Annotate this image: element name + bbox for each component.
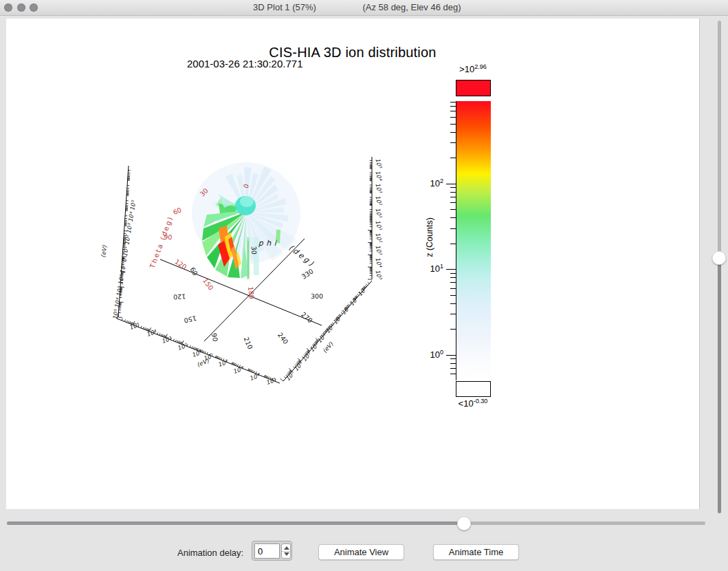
plot-label: (eV) [100,244,108,258]
plot-label: 10² [217,358,229,368]
axis-tick [258,373,259,375]
colorbar-tick-label: 100 [416,349,443,360]
colorbar-tick [446,184,456,184]
axis-tick [201,350,201,352]
axis-tick [219,357,219,359]
colorbar-tick [450,282,456,283]
colorbar-tick [450,117,456,118]
axis-tick [177,341,178,343]
plot-label: Theta (deg) [148,215,174,270]
axis-tick [205,352,206,354]
window-minimize-button[interactable] [17,3,25,12]
axis-tick [190,345,190,347]
plot-label: 10⁴ [374,170,384,182]
axis-tick [203,351,204,353]
window-title-bar[interactable]: 3D Plot 1 (57%) (Az 58 deg, Elev 46 deg) [0,0,728,16]
axis-tick [143,327,144,329]
axis-tick [129,321,130,323]
plot-label: 10⁵ [265,376,277,386]
plot-label: 10⁵ 10⁴ 10³ 10² 10¹ 0 10¹ 10² 10³ 10⁴ 10… [111,200,137,321]
animation-delay-input[interactable] [254,543,280,559]
colorbar-tick [450,106,456,107]
plot-title: CIS-HIA 3D ion distribution [6,45,699,61]
axis-tick [195,347,195,349]
axis-tick [159,334,160,336]
plot-label: 10⁴ [374,257,384,269]
plot-label: (deg) [287,243,317,269]
stepper-up-icon[interactable] [284,546,289,550]
axis-tick [232,363,233,365]
axis-tick [251,369,252,371]
plot-canvas: CIS-HIA 3D ion distribution 2001-03-26 2… [6,19,700,509]
colorbar-tick [450,192,456,193]
colorbar-overflow-swatch [456,80,491,96]
window-zoom-button[interactable] [30,3,38,12]
colorbar-tick [450,158,456,158]
axis-tick [249,369,250,371]
animate-view-button[interactable]: Animate View [318,544,404,560]
plot-label: 10¹ [190,349,202,359]
azimuth-slider-fill [7,521,458,525]
axis-tick [217,356,217,358]
distribution-core [240,196,254,207]
colorbar-tick [450,295,456,296]
plot-label: 10² [374,232,384,244]
colorbar-axis-label: z (Counts) [425,208,436,266]
colorbar-min-label: <10-0.30 [432,398,514,409]
axis-tick [366,284,367,286]
window-view-angles: (Az 58 deg, Elev 46 deg) [357,2,467,12]
axis-tick [267,376,268,378]
plot-label: 150 [201,277,214,291]
axis-tick [217,356,218,358]
axis-tick [280,378,284,381]
stepper-down-icon[interactable] [284,552,289,556]
axis-tick [254,371,254,373]
colorbar-tick [450,288,456,289]
plot-label: 300 [311,292,323,300]
axis-tick [234,363,234,365]
colorbar-tick [446,269,456,270]
axis-tick [265,376,266,378]
colorbar: >102.96 <10-0.30 z (Counts) 102101100 [412,62,529,427]
plot-label: 90 [210,332,219,342]
axis-tick [179,341,179,343]
axis-tick [243,366,243,368]
stepper-divider [282,551,290,552]
colorbar-tick-label: 101 [416,263,443,274]
window-close-button[interactable] [4,3,12,12]
colorbar-tick [450,187,456,188]
plot-label: 10³ [374,244,384,257]
axis-tick [252,370,253,372]
plot-label: 270 [300,310,314,324]
elevation-slider-thumb[interactable] [712,251,726,265]
colorbar-tick [450,358,456,359]
plot-label: (eV) [321,341,335,354]
azimuth-slider-thumb[interactable] [457,517,471,530]
plot-label: 10¹ [374,207,383,219]
colorbar-tick [450,374,456,374]
axis-tick [215,356,216,358]
colorbar-tick [450,303,456,304]
plot-label: 30 [250,246,258,255]
animate-time-button[interactable]: Animate Time [433,544,519,560]
axis-tick [161,334,162,336]
plot-label: 10¹ [374,219,383,231]
axis-tick [248,369,249,371]
colorbar-tick-label: 102 [416,177,443,188]
colorbar-max-label: >102.96 [440,63,506,74]
colorbar-tick [450,132,456,133]
plot-label: 10⁴ [292,360,305,372]
colorbar-tick [450,273,456,274]
axis-tick [365,286,366,287]
animation-delay-stepper[interactable] [281,543,291,559]
axis-tick [179,341,180,343]
colorbar-tick [450,142,456,143]
colorbar-tick [450,202,456,203]
plot-label: 120 [173,293,186,301]
colorbar-tick [450,314,456,314]
axis-tick [146,328,146,330]
colorbar-tick [450,111,456,111]
axis-tick [157,332,158,334]
plot-label: 330 [300,268,314,281]
app-window: { "window": { "title_left": "3D Plot 1 (… [0,0,728,571]
